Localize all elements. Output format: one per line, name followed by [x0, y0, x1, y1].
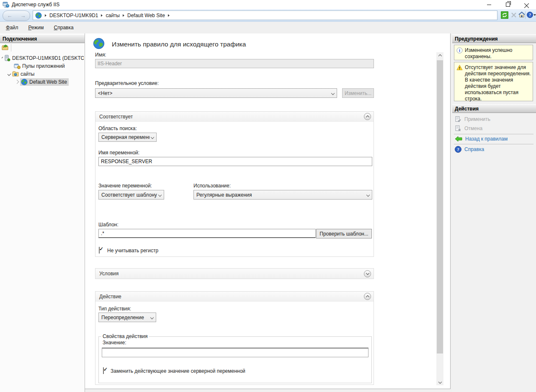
globe-icon — [21, 79, 28, 85]
name-field — [95, 59, 374, 68]
forward-nav-icon[interactable]: → — [21, 13, 26, 18]
close-button[interactable] — [517, 0, 536, 9]
title-bar: Диспетчер служб IIS — [0, 0, 536, 9]
restore-button[interactable] — [498, 0, 517, 9]
chevron-up-icon — [366, 295, 369, 298]
cancel-label: Отмена — [464, 126, 482, 131]
help-dropdown-icon[interactable] — [533, 14, 536, 16]
breadcrumb-arrow-icon[interactable] — [123, 14, 124, 17]
action-properties-title: Свойства действия — [103, 333, 147, 339]
chevron-down-icon — [331, 91, 335, 95]
tree-item-app-pools[interactable]: Пулы приложений — [14, 62, 84, 70]
help-icon[interactable]: ? — [527, 12, 533, 18]
warning-alert: Отсутствует значение для действия переоп… — [454, 62, 533, 101]
warning-alert-text: Отсутствует значение для действия переоп… — [465, 64, 531, 99]
expander-expanded-icon[interactable] — [8, 72, 11, 76]
breadcrumb-item-sites[interactable]: сайты — [106, 13, 120, 18]
connections-header: Подключения — [0, 34, 85, 43]
action-type-select[interactable]: Переопределение — [98, 313, 156, 322]
page-title: Изменить правило для исходящего трафика — [112, 41, 246, 48]
refresh-icon[interactable] — [501, 11, 508, 19]
variable-name-field[interactable] — [98, 157, 372, 166]
chevron-down-icon — [150, 315, 154, 319]
scroll-up-button[interactable] — [436, 52, 443, 59]
info-alert: i Изменения успешно сохранены. — [454, 45, 533, 60]
replace-value-checkbox[interactable] — [103, 367, 104, 374]
cancel-action: Отмена — [455, 125, 482, 132]
breadcrumb-item-server[interactable]: DESKTOP-U1MK9D1 — [49, 13, 98, 18]
breadcrumb-arrow-icon[interactable] — [168, 14, 170, 17]
tree-item-server[interactable]: DESKTOP-U1MK9D1 (DESKTO — [2, 54, 84, 62]
right-panel: Предупреждения i Изменения успешно сохра… — [452, 33, 536, 392]
chevron-down-icon — [438, 380, 441, 383]
tree-item-label: DESKTOP-U1MK9D1 (DESKTO — [12, 55, 84, 61]
precondition-select[interactable]: <Нет> — [95, 88, 337, 98]
back-to-rules-action[interactable]: Назад к правилам — [455, 136, 508, 142]
toolbar-separator — [11, 44, 11, 51]
breadcrumb-arrow-icon[interactable] — [45, 14, 46, 17]
tree-item-default-web-site[interactable]: Default Web Site — [15, 78, 84, 86]
back-nav-icon[interactable]: ← — [7, 13, 13, 18]
collapse-button[interactable] — [364, 113, 371, 120]
collapse-button[interactable] — [364, 293, 371, 300]
menu-file[interactable]: Файл — [6, 25, 18, 31]
expander-collapsed-icon[interactable] — [15, 80, 19, 84]
conditions-section-header[interactable]: Условия — [95, 269, 374, 279]
breadcrumb: DESKTOP-U1MK9D1 сайты Default Web Site — [33, 10, 497, 20]
restore-icon — [506, 3, 510, 7]
pattern-field[interactable] — [98, 229, 316, 238]
ignore-case-checkbox[interactable] — [99, 247, 100, 254]
test-pattern-button[interactable]: Проверить шаблон... — [316, 229, 372, 238]
tree-selection[interactable]: Default Web Site — [20, 78, 69, 86]
pattern-label: Шаблон: — [98, 222, 119, 228]
navigation-buttons: ← → — [3, 10, 30, 21]
breadcrumb-arrow-icon[interactable] — [101, 14, 103, 17]
toolbar-separator — [525, 11, 526, 19]
action-type-label: Тип действия: — [98, 306, 131, 312]
scope-select[interactable]: Серверная переменн — [98, 133, 157, 142]
app-pools-icon — [14, 63, 21, 69]
using-select[interactable]: Регулярные выражения — [193, 190, 372, 200]
tree-item-label: Пулы приложений — [22, 63, 65, 69]
action-value-field[interactable] — [102, 348, 368, 357]
help-icon: ? — [455, 146, 461, 153]
match-section-header[interactable]: Соответствует — [95, 112, 374, 122]
home-icon[interactable] — [518, 11, 525, 18]
scroll-down-button[interactable] — [436, 378, 443, 385]
action-value-label: Значение: — [103, 340, 126, 346]
svg-text:?: ? — [457, 147, 459, 152]
breadcrumb-item-site[interactable]: Default Web Site — [127, 13, 165, 18]
globe-icon — [35, 12, 42, 19]
chevron-down-icon — [366, 272, 369, 275]
scrollbar-thumb[interactable] — [437, 60, 443, 354]
menu-bar: Файл Режим Справка — [0, 22, 536, 33]
help-action[interactable]: ? Справка — [455, 146, 484, 153]
menu-help[interactable]: Справка — [54, 25, 74, 31]
minimize-button[interactable] — [479, 0, 498, 9]
ignore-case-label: Не учитывать регистр — [107, 248, 158, 254]
iis-manager-window: Диспетчер служб IIS ← → DESKTOP-U1MK9D1 … — [0, 0, 536, 392]
connections-toolbar — [0, 43, 85, 52]
variable-value-select[interactable]: Соответствует шаблону — [98, 190, 164, 200]
conditions-section: Условия — [95, 268, 374, 279]
close-icon — [524, 3, 529, 7]
chevron-down-icon — [158, 193, 162, 196]
tree-item-label: сайты — [21, 71, 35, 77]
action-properties-group: Свойства действия — [98, 333, 372, 383]
menu-view[interactable]: Режим — [28, 25, 44, 31]
server-icon — [4, 55, 10, 61]
back-to-rules-label: Назад к правилам — [465, 136, 508, 142]
action-section-header[interactable]: Действие — [95, 292, 374, 302]
chevron-up-icon — [438, 54, 441, 57]
window-frame — [85, 389, 452, 392]
using-label: Использование: — [193, 183, 231, 189]
expander-expanded-icon[interactable] — [2, 57, 3, 59]
precondition-label: Предварительное условие: — [95, 80, 159, 86]
create-connection-icon[interactable] — [2, 44, 8, 51]
warnings-header: Предупреждения — [452, 34, 536, 43]
expand-button[interactable] — [364, 270, 371, 277]
tree-item-label: Default Web Site — [29, 79, 67, 85]
vertical-scrollbar[interactable] — [436, 52, 443, 385]
tree-item-sites[interactable]: сайты — [8, 70, 84, 78]
actions-separator — [454, 144, 533, 144]
